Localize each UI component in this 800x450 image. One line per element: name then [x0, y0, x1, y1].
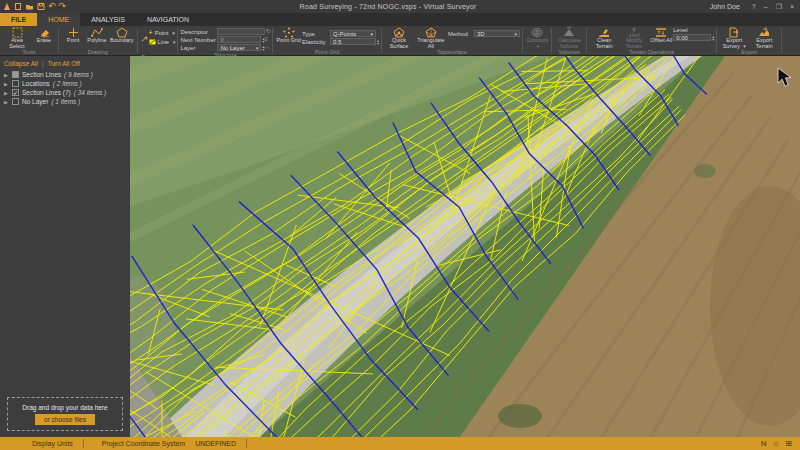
user-name[interactable]: John Doe	[710, 3, 740, 10]
spinner-icon[interactable]: ▴▾	[711, 35, 714, 41]
redo-icon[interactable]: ↷	[59, 2, 67, 11]
modify-terrain-button: Modify Terrain	[619, 26, 649, 49]
layer-checkbox[interactable]: ✓	[12, 89, 19, 96]
descriptor-label: Descriptor	[180, 29, 217, 35]
new-file-icon[interactable]	[14, 2, 22, 11]
group-label-terrain-operations: Terrain Operations	[589, 49, 714, 55]
export-survey-button[interactable]: Export Survey ▾	[719, 26, 749, 49]
layer-count: ( 34 items )	[74, 89, 107, 96]
layer-label: Layer	[180, 45, 217, 51]
close-button[interactable]: ×	[790, 3, 794, 11]
app-logo-icon	[3, 2, 11, 11]
ribbon-group-tools: Area Select Erase Tools	[0, 26, 58, 55]
style-arrow-icon[interactable]	[141, 28, 148, 46]
boundary-button[interactable]: Boundary	[109, 26, 135, 44]
viewport-3d-scene[interactable]	[130, 56, 800, 437]
expander-icon[interactable]: ▶	[4, 81, 9, 87]
tab-navigation[interactable]: NAVIGATION	[136, 13, 200, 26]
save-icon[interactable]	[37, 2, 45, 11]
ribbon-group-toposurface: Quick Surface Triangulate All Method 3D …	[382, 26, 522, 55]
turn-all-off-link[interactable]: Turn All Off	[48, 60, 80, 67]
file-dropzone[interactable]: Drag and drop your data here or choose f…	[7, 397, 123, 431]
clean-terrain-button[interactable]: Clean Terrain	[589, 26, 619, 49]
compass-north-icon[interactable]: N	[761, 439, 767, 448]
area-select-button[interactable]: Area Select	[2, 26, 32, 49]
fullscreen-icon[interactable]: ⊞	[785, 439, 792, 448]
layer-checkbox[interactable]	[12, 71, 19, 78]
dropzone-text: Drag and drop your data here	[22, 404, 107, 411]
elasticity-input[interactable]: 0.5	[330, 38, 376, 45]
ribbon-group-volumes: Calculate Volume Volumes	[552, 26, 586, 55]
tab-home[interactable]: HOME	[37, 13, 80, 26]
expander-icon[interactable]: ▶	[4, 90, 9, 96]
layer-row-no-layer[interactable]: ▶ No Layer ( 1 items )	[0, 97, 130, 106]
group-label-toposurface: Toposurface	[384, 49, 520, 55]
group-label-point-grid: Point Grid	[275, 49, 378, 55]
dropdown-arrow-icon: ▾	[170, 30, 175, 36]
tab-file[interactable]: FILE	[0, 13, 37, 26]
plus-icon: +	[149, 29, 153, 36]
quick-access-toolbar: ↶ ↷	[0, 2, 66, 11]
dropdown-arrow-icon: ▾	[254, 45, 259, 51]
layer-checkbox[interactable]	[12, 80, 19, 87]
assign-arrow-icon[interactable]: →	[264, 44, 270, 51]
collapse-all-link[interactable]: Collapse All	[4, 60, 38, 67]
display-units-status[interactable]: Display Units	[32, 440, 73, 447]
undo-icon[interactable]: ↶	[48, 2, 56, 11]
separator	[246, 439, 247, 448]
group-label-contours	[525, 49, 549, 55]
offset-all-button[interactable]: Offset All	[649, 26, 673, 44]
level-input[interactable]: 0.00	[673, 34, 711, 41]
quick-surface-button[interactable]: Quick Surface	[384, 26, 414, 49]
expander-icon[interactable]: ▶	[4, 72, 9, 78]
method-select[interactable]: 3D ▾	[474, 30, 520, 37]
style-point-button[interactable]: + Point ▾	[149, 29, 176, 36]
style-line-button[interactable]: Line ▾	[149, 38, 176, 46]
group-label-export: Export	[719, 49, 779, 55]
expander-icon[interactable]: ▶	[4, 99, 9, 105]
descriptor-input[interactable]	[217, 28, 265, 35]
method-label: Method	[448, 31, 474, 37]
coordinate-system-label[interactable]: Project Coordinate System	[102, 440, 185, 447]
layer-row-section-lines-7[interactable]: ▶ ✓ Section Lines (7) ( 34 items )	[0, 88, 130, 97]
triangulate-all-button[interactable]: Triangulate All	[414, 26, 448, 49]
home-view-icon[interactable]: ⌂	[773, 439, 778, 448]
separator: |	[42, 60, 44, 67]
window-title: Road Surveying - 72nd NOGC.vsps - Virtua…	[66, 3, 710, 10]
layer-count: ( 2 items )	[53, 80, 82, 87]
calculate-volume-button: Calculate Volume	[554, 26, 584, 49]
open-folder-icon[interactable]	[25, 2, 34, 11]
layer-select[interactable]: No Layer ▾	[217, 44, 261, 51]
refresh-icon[interactable]: ↻	[265, 28, 270, 35]
ribbon-group-contours: Contours ▾	[523, 26, 551, 55]
spinner-icon[interactable]: ▴▾	[376, 39, 379, 45]
list-icon[interactable]: ≡	[264, 36, 268, 43]
next-number-input[interactable]: 0	[217, 36, 261, 43]
ribbon-group-styling: + Point ▾ Line ▾ Styling	[138, 26, 178, 55]
choose-files-button[interactable]: or choose files	[35, 414, 95, 425]
minimize-button[interactable]: –	[764, 3, 768, 11]
dropdown-arrow-icon: ▾	[512, 31, 517, 37]
level-label: Level	[673, 27, 687, 33]
group-label-tools: Tools	[2, 49, 56, 55]
type-label: Type	[302, 31, 330, 37]
layer-checkbox[interactable]	[12, 98, 19, 105]
coordinate-system-value: UNDEFINED	[195, 440, 236, 447]
contours-button: Contours ▾	[525, 26, 549, 49]
polyline-button[interactable]: Polyline	[85, 26, 109, 44]
erase-button[interactable]: Erase	[32, 26, 56, 44]
tab-analysis[interactable]: ANALYSIS	[80, 13, 136, 26]
point-grid-button[interactable]: Point Grid	[275, 26, 301, 44]
line-style-icon	[149, 38, 156, 46]
ribbon-group-structure: Descriptor ↻ Next Number 0 ▴▾ ≡ Layer No…	[178, 26, 272, 55]
export-terrain-button[interactable]: Export Terrain	[749, 26, 779, 49]
maximize-button[interactable]: ❐	[776, 3, 782, 11]
ribbon-tabs: FILE HOME ANALYSIS NAVIGATION	[0, 13, 800, 26]
type-select[interactable]: Q-Points ▾	[330, 30, 376, 37]
layer-count: ( 1 items )	[51, 98, 80, 105]
layer-row-locations[interactable]: ▶ Locations ( 2 items )	[0, 79, 130, 88]
help-button[interactable]: ?	[752, 3, 756, 11]
layer-row-section-lines[interactable]: ▶ Section Lines ( 9 items )	[0, 70, 130, 79]
point-button[interactable]: Point	[61, 26, 85, 44]
dropdown-arrow-icon: ▾	[368, 31, 373, 37]
